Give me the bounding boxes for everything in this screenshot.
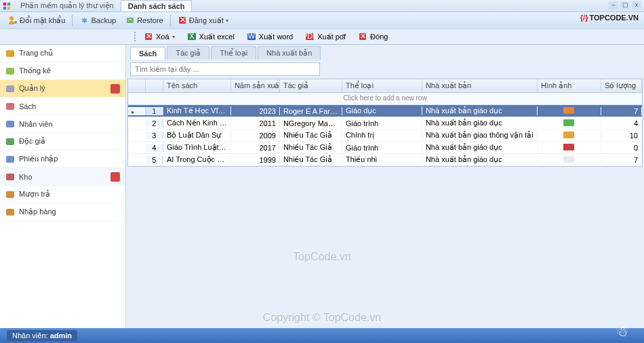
top-toolbar: Đổi mật khẩu ✱ Backup Restore ✕ Đăng xuấ… [0,12,644,28]
minimize-button[interactable]: – [609,1,618,9]
maximize-button[interactable]: ▢ [620,1,630,9]
row-indicator [128,107,146,115]
restore-button[interactable]: Restore [121,14,167,26]
cell-year: 1999 [231,156,280,164]
sidebar-item-label: Thống kê [19,66,51,75]
sidebar-item-chart[interactable]: Thống kê [0,62,125,80]
svg-text:X: X [189,32,195,40]
svg-rect-27 [6,174,14,180]
col-year-header[interactable]: Năm sản xuất [231,79,280,92]
search-input[interactable] [130,62,320,76]
col-publisher-header[interactable]: Nhà xuất bản [422,79,538,92]
logout-button[interactable]: ✕ Đăng xuất ▾ [174,14,233,26]
grid-indicator-header [128,79,146,92]
sidebar-item-user[interactable]: Nhân viên [0,115,125,133]
delete-button[interactable]: ✕ Xoá ▾ [138,31,180,43]
cell-qty: 7 [601,156,642,164]
status-user-label: Nhân viên: admin [7,330,77,341]
cell-qty: 4 [601,119,642,127]
svg-rect-21 [6,68,14,75]
export-excel-button[interactable]: X Xuất excel [182,31,240,43]
grid-body: 1Kinh Tế Học Vĩ Mô2023Roger E A FarmerGi… [128,105,642,166]
svg-rect-0 [3,2,6,5]
close-button[interactable]: ✕ Đóng [353,31,393,43]
sidebar-item-label: Quản lý [19,84,45,93]
cell-publisher: Nhà xuất bản giáo dục [422,119,538,127]
col-name-header[interactable]: Tên sách [163,79,231,92]
row-number: 4 [146,144,163,152]
user-key-icon [8,16,18,25]
sidebar-item-book[interactable]: Sách [0,98,125,115]
row-number: 3 [146,132,163,140]
svg-text:PDF: PDF [305,32,315,40]
table-row[interactable]: 5AI Trong Cuộc Các...1999Nhiều Tác GiảTh… [128,154,642,166]
data-grid[interactable]: Tên sách Năm sản xuất Tác giả Thể loại N… [127,79,643,167]
brand-logo: {/}TOPCODE.VN [580,14,639,22]
col-genre-header[interactable]: Thể loại [342,79,422,92]
table-row[interactable]: 3Bộ Luật Dân Sự2009Nhiều Tác GiảChính tr… [128,129,642,142]
sidebar: Trang chủThống kêQuản lýSáchNhân viênĐộc… [0,45,126,329]
svg-rect-2 [3,6,6,9]
warehouse-icon [5,172,15,182]
cell-image [538,132,601,140]
svg-rect-23 [6,103,14,110]
main-panel: SáchTác giảThể loạiNhà xuất bản Tên sách… [126,45,644,329]
chart-icon [5,66,15,76]
sidebar-item-reader[interactable]: Độc giả [0,133,125,150]
cell-genre: Thiếu nhi [342,155,422,164]
window-app-title[interactable]: Phần mềm quản lý thư viện [14,0,121,12]
cell-publisher: Nhà xuất bản giáo dục [422,106,538,115]
sidebar-item-import[interactable]: Nhập hàng [0,203,125,221]
change-password-button[interactable]: Đổi mật khẩu [4,14,69,26]
window-controls: – ▢ x [609,1,641,9]
ticket-icon [5,155,15,164]
snowman-icon [616,323,630,340]
restore-label: Restore [137,16,163,24]
svg-rect-24 [6,121,14,127]
sidebar-item-label: Trang chủ [19,49,53,58]
svg-text:✱: ✱ [81,16,87,24]
svg-rect-7 [127,18,134,23]
cell-qty: 7 [601,107,642,115]
export-pdf-button[interactable]: PDF Xuất pdf [300,31,351,43]
cell-author: Nhiều Tác Giả [280,143,342,152]
table-row[interactable]: 2Cách Nền Kinh Tế...2011NGregory MankiwG… [128,117,642,129]
sidebar-item-borrow[interactable]: Mượn trả [0,186,125,203]
separator [170,15,171,26]
pdf-icon: PDF [305,32,315,41]
col-image-header[interactable]: Hình ảnh [538,79,601,92]
tab-Tác giả[interactable]: Tác giả [167,46,209,60]
sidebar-item-home[interactable]: Trang chủ [0,45,125,62]
sidebar-item-manage[interactable]: Quản lý [0,80,125,98]
export-word-button[interactable]: W Xuất word [241,31,298,43]
tab-Sách[interactable]: Sách [130,47,165,60]
cell-genre: Chính trị [342,131,422,140]
badge-icon [110,172,120,182]
watermark-small: TopCode.vn [293,251,350,263]
cell-image [538,156,601,164]
cell-name: Kinh Tế Học Vĩ Mô [163,106,231,115]
col-author-header[interactable]: Tác giả [280,79,342,92]
tab-Nhà xuất bản[interactable]: Nhà xuất bản [258,46,321,60]
cell-author: Roger E A Farmer [280,107,342,115]
window-page-title[interactable]: Danh sách sách [121,0,193,12]
sidebar-item-warehouse[interactable]: Kho [0,168,125,186]
cell-qty: 10 [601,132,642,140]
sidebar-item-ticket[interactable]: Phiếu nhập [0,150,125,168]
svg-text:✕: ✕ [146,32,152,40]
tab-Thể loại[interactable]: Thể loại [211,46,256,60]
table-row[interactable]: 4Giáo Trình Luật Hiế...2017Nhiều Tác Giả… [128,142,642,154]
sidebar-item-label: Kho [19,173,33,181]
close-window-button[interactable]: x [632,1,641,9]
col-qty-header[interactable]: Số lượng [601,79,642,92]
grid-new-row[interactable]: Click here to add a new row [128,93,642,105]
svg-point-4 [9,16,14,20]
cell-publisher: Nhà xuất bản giáo dục [422,143,538,152]
table-row[interactable]: 1Kinh Tế Học Vĩ Mô2023Roger E A FarmerGi… [128,105,642,117]
backup-button[interactable]: ✱ Backup [75,14,120,26]
word-icon: W [247,32,256,41]
svg-rect-3 [7,6,10,9]
svg-text:W: W [248,32,256,40]
change-password-label: Đổi mật khẩu [20,16,65,25]
excel-icon: X [187,32,197,41]
